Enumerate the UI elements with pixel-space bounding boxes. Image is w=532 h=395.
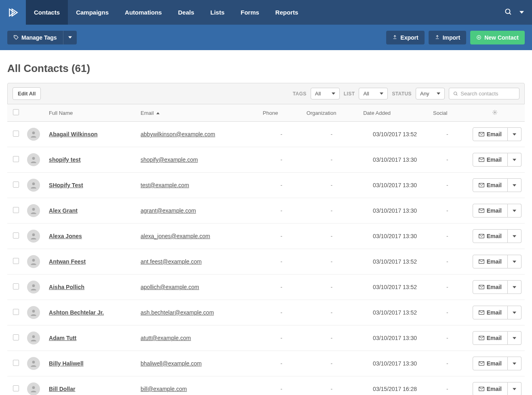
row-checkbox[interactable] xyxy=(13,283,19,289)
row-actions: Email xyxy=(468,357,521,370)
contact-name-link[interactable]: Adam Tutt xyxy=(49,335,76,341)
col-social[interactable]: Social xyxy=(430,104,465,122)
contact-name-link[interactable]: shopify test xyxy=(49,156,81,163)
col-full-name[interactable]: Full Name xyxy=(46,104,137,122)
col-date-added[interactable]: Date Added xyxy=(360,104,430,122)
contact-email-link[interactable]: abbywilkinson@example.com xyxy=(141,131,215,137)
row-checkbox[interactable] xyxy=(13,207,19,213)
col-settings[interactable] xyxy=(465,104,525,122)
email-action-button[interactable]: Email xyxy=(473,127,508,141)
email-action-button[interactable]: Email xyxy=(473,280,508,294)
col-email[interactable]: Email xyxy=(137,104,260,122)
nav-item-contacts[interactable]: Contacts xyxy=(26,0,68,25)
row-action-dropdown[interactable] xyxy=(508,127,521,141)
row-checkbox[interactable] xyxy=(13,232,19,239)
chevron-down-icon xyxy=(513,184,516,187)
row-action-dropdown[interactable] xyxy=(508,280,521,294)
row-action-dropdown[interactable] xyxy=(508,178,521,192)
contact-email-link[interactable]: apollich@example.com xyxy=(141,284,199,290)
list-filter-select[interactable]: All xyxy=(359,88,388,99)
email-action-button[interactable]: Email xyxy=(473,331,508,345)
contact-name-link[interactable]: SHopify Test xyxy=(49,182,83,188)
contact-email-link[interactable]: bill@example.com xyxy=(141,386,187,392)
row-checkbox[interactable] xyxy=(13,156,19,162)
nav-item-campaigns[interactable]: Campaigns xyxy=(68,0,117,25)
new-contact-button[interactable]: New Contact xyxy=(470,31,525,44)
nav-item-reports[interactable]: Reports xyxy=(267,0,307,25)
nav-item-automations[interactable]: Automations xyxy=(117,0,170,25)
email-action-button[interactable]: Email xyxy=(473,178,508,192)
email-action-button[interactable]: Email xyxy=(473,229,508,243)
contact-name-link[interactable]: Abagail Wilkinson xyxy=(49,131,97,137)
envelope-icon xyxy=(479,157,484,162)
search-icon[interactable] xyxy=(505,8,512,17)
email-action-button[interactable]: Email xyxy=(473,204,508,218)
export-button[interactable]: Export xyxy=(386,31,424,44)
row-action-dropdown[interactable] xyxy=(508,229,521,243)
contact-email-link[interactable]: agrant@example.com xyxy=(141,207,196,214)
nav-item-forms[interactable]: Forms xyxy=(233,0,267,25)
svg-point-7 xyxy=(32,131,35,134)
row-action-dropdown[interactable] xyxy=(508,153,521,167)
plus-circle-icon xyxy=(476,35,482,40)
row-action-dropdown[interactable] xyxy=(508,204,521,218)
manage-tags-button[interactable]: Manage Tags xyxy=(7,31,63,44)
contact-social: - xyxy=(446,207,448,214)
contact-name-link[interactable]: Alexa Jones xyxy=(49,233,82,239)
row-action-dropdown[interactable] xyxy=(508,382,521,395)
import-button[interactable]: Import xyxy=(429,31,467,44)
row-action-dropdown[interactable] xyxy=(508,331,521,345)
contact-name-link[interactable]: Ashton Bechtelar Jr. xyxy=(49,309,104,316)
col-phone[interactable]: Phone xyxy=(260,104,303,122)
contact-email-link[interactable]: ant.feest@example.com xyxy=(141,258,202,265)
edit-all-button[interactable]: Edit All xyxy=(13,87,41,100)
contact-date: 03/10/2017 13:30 xyxy=(373,335,417,341)
row-checkbox[interactable] xyxy=(13,334,19,340)
select-all-checkbox[interactable] xyxy=(13,109,19,115)
contact-name-link[interactable]: Bill Dollar xyxy=(49,386,75,392)
contact-name-link[interactable]: Antwan Feest xyxy=(49,258,86,265)
row-checkbox[interactable] xyxy=(13,360,19,366)
search-contacts-input[interactable] xyxy=(461,91,515,97)
table-row: Adam Tuttatutt@example.com--03/10/2017 1… xyxy=(7,325,525,351)
contact-date: 03/15/2017 16:28 xyxy=(373,386,417,392)
email-action-button[interactable]: Email xyxy=(473,357,508,370)
row-action-dropdown[interactable] xyxy=(508,357,521,370)
contact-name-link[interactable]: Alex Grant xyxy=(49,207,78,214)
email-action-button[interactable]: Email xyxy=(473,255,508,268)
contact-name-link[interactable]: Billy Haliwell xyxy=(49,360,84,367)
row-action-dropdown[interactable] xyxy=(508,306,521,319)
contacts-table: Full Name Email Phone Organization Date … xyxy=(7,104,525,395)
manage-tags-dropdown[interactable] xyxy=(63,31,77,44)
contact-social: - xyxy=(446,182,448,188)
contact-org: - xyxy=(331,233,333,239)
email-action-button[interactable]: Email xyxy=(473,153,508,167)
row-checkbox[interactable] xyxy=(13,385,19,391)
contact-date: 03/10/2017 13:30 xyxy=(373,360,417,367)
contact-email-link[interactable]: atutt@example.com xyxy=(141,335,191,341)
row-checkbox[interactable] xyxy=(13,309,19,315)
contact-email-link[interactable]: bhaliwell@example.com xyxy=(141,360,202,367)
email-action-button[interactable]: Email xyxy=(473,382,508,395)
svg-point-13 xyxy=(32,208,35,211)
row-checkbox[interactable] xyxy=(13,258,19,264)
email-action-button[interactable]: Email xyxy=(473,306,508,319)
contact-name-link[interactable]: Aisha Pollich xyxy=(49,284,84,290)
contact-email-link[interactable]: shopify@example.com xyxy=(141,156,198,163)
app-logo[interactable] xyxy=(0,0,26,25)
search-contacts-box[interactable] xyxy=(449,88,519,99)
envelope-icon xyxy=(479,361,484,366)
contact-email-link[interactable]: test@example.com xyxy=(141,182,189,188)
nav-item-deals[interactable]: Deals xyxy=(170,0,202,25)
row-action-dropdown[interactable] xyxy=(508,255,521,268)
nav-item-lists[interactable]: Lists xyxy=(202,0,233,25)
status-filter-select[interactable]: Any xyxy=(416,88,445,99)
contact-email-link[interactable]: alexa_jones@example.com xyxy=(141,233,210,239)
row-checkbox[interactable] xyxy=(13,182,19,188)
tags-filter-select[interactable]: All xyxy=(311,88,340,99)
col-organization[interactable]: Organization xyxy=(303,104,360,122)
account-menu-caret[interactable] xyxy=(519,9,524,16)
contact-email-link[interactable]: ash.bechtelar@example.com xyxy=(141,309,214,316)
row-checkbox[interactable] xyxy=(13,131,19,137)
contact-org: - xyxy=(331,360,333,367)
